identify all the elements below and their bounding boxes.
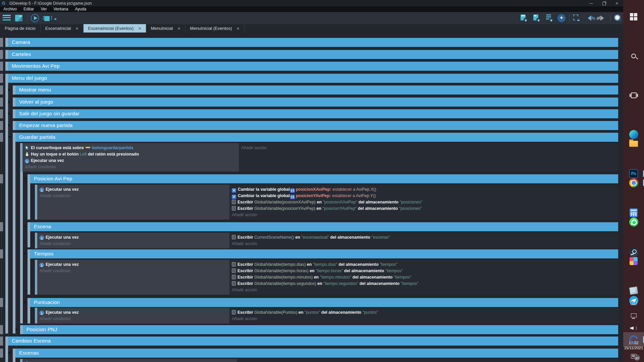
- row-handle[interactable]: [0, 222, 3, 231]
- event-group-bar[interactable]: Escena: [30, 222, 618, 231]
- row-handle[interactable]: [0, 174, 3, 183]
- row-handle[interactable]: [0, 50, 3, 59]
- tray-network-button[interactable]: [623, 309, 644, 322]
- row-handle[interactable]: [0, 109, 3, 118]
- tray-cast-button[interactable]: [623, 296, 644, 309]
- collapse-arrow-icon[interactable]: [23, 253, 26, 255]
- event-block[interactable]: Al comenzar la escenaAñadir acción: [20, 359, 618, 362]
- event-instruction-line[interactable]: Escribir GlobalVariable(posicionYAviPep)…: [229, 205, 618, 212]
- row-handle[interactable]: [0, 74, 3, 83]
- taskbar-item-photos[interactable]: [623, 254, 644, 268]
- menu-item-ver[interactable]: Ver: [37, 6, 50, 12]
- event-instruction-line[interactable]: 1Ejecutar una vez: [22, 158, 239, 164]
- event-instruction-line[interactable]: Escribir CurrentSceneName() en "escenaac…: [229, 234, 618, 241]
- event-group-bar[interactable]: Menu del juego: [8, 74, 618, 83]
- event-instruction-line[interactable]: Añadir condición: [37, 241, 229, 247]
- event-instruction-line[interactable]: Añadir acción: [229, 287, 618, 293]
- tray-volume-button[interactable]: [623, 322, 644, 335]
- event-instruction-line[interactable]: Añadir acción: [229, 316, 618, 322]
- tab-close-icon[interactable]: ×: [75, 26, 78, 31]
- tab-close-icon[interactable]: ×: [177, 26, 180, 31]
- row-handle[interactable]: [0, 62, 3, 71]
- undo-button[interactable]: [585, 14, 594, 22]
- taskbar-item-chrome[interactable]: [623, 175, 644, 190]
- event-instruction-line[interactable]: xCambiar la variable global{·}posicionYA…: [229, 193, 618, 199]
- taskbar-item-whatsapp[interactable]: [623, 215, 644, 229]
- tab-menuinicial-eventos-[interactable]: MenuInicial (Eventos)×: [185, 24, 245, 33]
- event-instruction-line[interactable]: Al comenzar la escena: [22, 361, 237, 362]
- event-instruction-line[interactable]: Añadir acción: [229, 212, 618, 218]
- expand-arrow-icon[interactable]: [8, 100, 10, 104]
- collapse-arrow-icon[interactable]: [8, 136, 11, 138]
- delete-event-button[interactable]: −: [572, 14, 581, 22]
- event-group-bar[interactable]: Puntuacion: [30, 298, 618, 307]
- conditions-column[interactable]: 1Ejecutar una vezAñadir condición: [37, 233, 229, 248]
- event-group-bar[interactable]: Tiempos: [30, 249, 618, 258]
- row-handle[interactable]: [0, 249, 3, 258]
- search-events-button[interactable]: [613, 14, 622, 22]
- collapse-arrow-icon[interactable]: [23, 226, 26, 228]
- event-block[interactable]: 1Ejecutar una vezAñadir condiciónEscribi…: [35, 260, 618, 295]
- row-handle[interactable]: [0, 298, 3, 307]
- row-handle[interactable]: [0, 85, 3, 95]
- tab-menuinicial[interactable]: MenuInicial×: [146, 24, 185, 33]
- row-handle[interactable]: [0, 349, 3, 358]
- event-group-bar[interactable]: Cambios Escena: [8, 337, 618, 346]
- event-instruction-line[interactable]: Escribir GlobalVariable(tiempo.segundos)…: [229, 281, 618, 287]
- add-new-button[interactable]: +: [557, 14, 566, 22]
- actions-column[interactable]: xCambiar la variable global{·}posicionXA…: [229, 185, 618, 220]
- collapse-arrow-icon[interactable]: [23, 178, 26, 180]
- event-instruction-line[interactable]: 1Ejecutar una vez: [37, 234, 229, 241]
- event-instruction-line[interactable]: Añadir acción: [239, 145, 618, 151]
- event-group-bar[interactable]: Movimientos Avi Pep: [8, 62, 618, 71]
- row-handle[interactable]: [0, 38, 3, 47]
- row-handle[interactable]: [0, 121, 3, 130]
- tray-chevron-button[interactable]: ‹: [623, 283, 644, 296]
- event-group-bar[interactable]: Posicion Avi Pep: [30, 174, 618, 183]
- conditions-column[interactable]: 1Ejecutar una vezAñadir condición: [37, 185, 229, 220]
- conditions-column[interactable]: 1Ejecutar una vezAñadir condición: [37, 260, 229, 295]
- actions-column[interactable]: Añadir acción: [237, 359, 618, 362]
- scene-editor-button[interactable]: [14, 14, 23, 22]
- add-subevent-button[interactable]: +: [532, 14, 541, 22]
- event-block[interactable]: El cursor/toque está sobre botonguardarp…: [20, 143, 618, 172]
- row-handle[interactable]: [0, 337, 3, 346]
- taskbar-item-start[interactable]: [623, 9, 644, 24]
- redo-button[interactable]: [597, 14, 607, 22]
- actions-column[interactable]: Escribir GlobalVariable(Puntos) en "punt…: [229, 308, 618, 323]
- minimize-button[interactable]: [589, 1, 594, 6]
- event-group-bar[interactable]: Guardar partida: [15, 133, 618, 142]
- event-instruction-line[interactable]: Añadir condición: [37, 316, 229, 322]
- play-button[interactable]: [30, 14, 40, 22]
- expand-arrow-icon[interactable]: [8, 88, 10, 92]
- add-comment-button[interactable]: +: [545, 14, 554, 22]
- expand-arrow-icon[interactable]: [8, 124, 10, 127]
- menu-item-ayuda[interactable]: Ayuda: [71, 6, 90, 12]
- row-handle[interactable]: [0, 133, 3, 142]
- event-instruction-line[interactable]: Añadir acción: [229, 241, 618, 247]
- event-group-bar[interactable]: Posicion PNJ: [23, 325, 618, 334]
- conditions-column[interactable]: Al comenzar la escena: [22, 359, 237, 362]
- menu-item-ventana[interactable]: Ventana: [50, 6, 71, 12]
- event-instruction-line[interactable]: xCambiar la variable global{·}posicionXA…: [229, 186, 618, 193]
- taskbar-item-search[interactable]: [623, 49, 644, 63]
- conditions-column[interactable]: 1Ejecutar una vezAñadir condición: [37, 308, 229, 323]
- event-instruction-line[interactable]: Escribir GlobalVariable(Puntos) en "punt…: [229, 309, 618, 316]
- event-instruction-line[interactable]: Hay un toque o el botón Left del ratón e…: [22, 151, 239, 158]
- event-group-bar[interactable]: Mostrar menu: [15, 85, 618, 95]
- tab-escenainicial[interactable]: EscenaInicial×: [41, 24, 84, 33]
- actions-column[interactable]: Escribir GlobalVariable(tiempo.dias) en …: [229, 260, 618, 295]
- notifications-button[interactable]: 27: [623, 352, 644, 361]
- actions-column[interactable]: Escribir CurrentSceneName() en "escenaac…: [229, 233, 618, 248]
- event-group-bar[interactable]: Carteles: [8, 50, 618, 59]
- event-instruction-line[interactable]: 1Ejecutar una vez: [37, 261, 229, 268]
- event-instruction-line[interactable]: Escribir GlobalVariable(tiempo.horas) en…: [229, 268, 618, 274]
- menu-item-editar[interactable]: Editar: [20, 6, 37, 12]
- debug-button[interactable]: [43, 14, 52, 22]
- tab-escenainicial-eventos-[interactable]: EscenaInicial (Eventos)×: [84, 24, 146, 33]
- event-block[interactable]: 1Ejecutar una vezAñadir condiciónEscribi…: [35, 233, 618, 248]
- events-sheet[interactable]: CamaraCartelesMovimientos Avi PepMenu de…: [0, 33, 623, 362]
- menu-item-archivo[interactable]: Archivo: [0, 6, 20, 12]
- event-instruction-line[interactable]: 1Ejecutar una vez: [37, 309, 229, 316]
- row-handle[interactable]: [0, 98, 3, 107]
